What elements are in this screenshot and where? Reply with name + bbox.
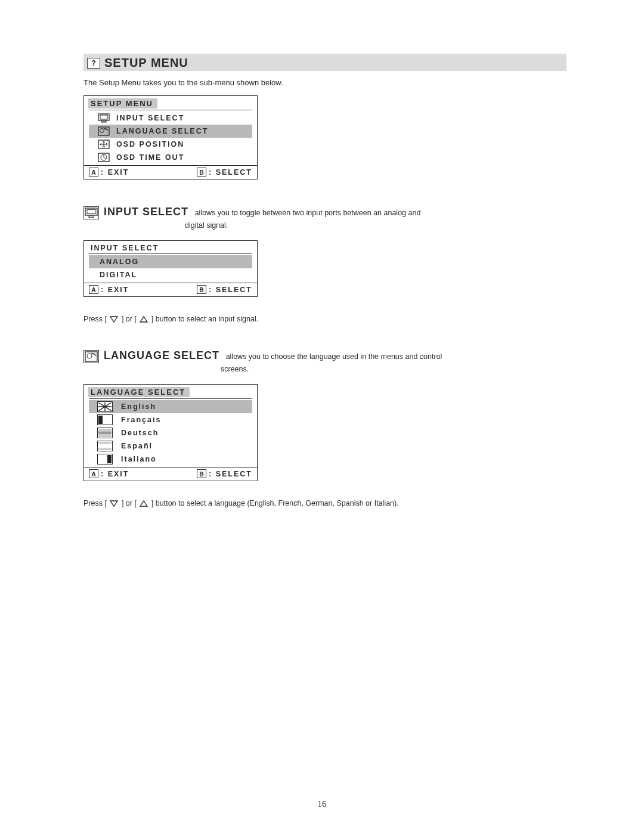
language-option-label: Français <box>121 416 161 424</box>
input-select-box: INPUT SELECT ANALOG DIGITAL A : EXIT B : <box>83 240 258 297</box>
input-select-title: INPUT SELECT <box>104 206 188 218</box>
flag-fr-icon <box>97 414 113 425</box>
svg-rect-9 <box>87 210 95 214</box>
instr-text: ] button to select a language (English, … <box>151 499 399 507</box>
instr-text: ] button to select an input signal. <box>151 315 258 323</box>
setup-item-label: OSD TIME OUT <box>116 153 184 162</box>
instr-text: ] or [ <box>122 499 137 507</box>
speech-icon <box>97 126 110 137</box>
flag-de-icon <box>97 428 113 438</box>
input-option-analog[interactable]: ANALOG <box>89 255 252 268</box>
up-triangle-icon <box>139 500 148 507</box>
language-option-label: Italiano <box>121 455 157 463</box>
language-select-heading: LANGUAGE SELECT allows you to choose the… <box>83 349 566 363</box>
language-option-label: Españl <box>121 442 153 450</box>
key-a-icon: A <box>89 469 98 478</box>
instr-text: Press [ <box>83 499 107 507</box>
input-select-menu-title: INPUT SELECT <box>88 244 159 252</box>
footer-select: B : SELECT <box>197 469 252 478</box>
setup-item-label: OSD POSITION <box>116 140 184 148</box>
footer-exit: A : EXIT <box>89 285 129 294</box>
instr-text: Press [ <box>83 315 107 323</box>
setup-item-label: LANGUAGE SELECT <box>116 127 208 135</box>
footer-exit-label: : EXIT <box>101 470 129 478</box>
svg-rect-2 <box>101 121 106 122</box>
footer-exit-label: : EXIT <box>101 168 129 176</box>
instr-text: ] or [ <box>122 315 137 323</box>
setup-menu-box: SETUP MENU INPUT SELECT LANGUAGE SELECT <box>83 95 258 179</box>
input-select-heading: INPUT SELECT allows you to toggle betwee… <box>83 206 566 219</box>
input-option-label: DIGITAL <box>100 271 137 279</box>
input-select-desc2: digital signal. <box>185 221 566 230</box>
speech-icon <box>83 350 99 363</box>
svg-rect-14 <box>107 416 112 424</box>
svg-rect-17 <box>98 434 112 437</box>
up-triangle-icon <box>139 315 148 323</box>
down-triangle-icon <box>109 315 119 323</box>
setup-item-osd-timeout[interactable]: OSD TIME OUT <box>89 151 252 164</box>
footer-exit: A : EXIT <box>89 469 129 478</box>
key-a-icon: A <box>89 168 98 176</box>
header-bar: ? SETUP MENU <box>83 54 566 71</box>
footer-exit-label: : EXIT <box>101 286 129 294</box>
language-option-italiano[interactable]: Italiano <box>89 453 252 466</box>
language-option-francais[interactable]: Français <box>89 413 252 426</box>
svg-point-4 <box>100 129 104 133</box>
input-instruction: Press [ ] or [ ] button to select an inp… <box>83 315 566 323</box>
language-option-label: English <box>121 402 156 411</box>
flag-es-icon <box>97 441 113 451</box>
setup-item-language-select[interactable]: LANGUAGE SELECT <box>89 125 252 138</box>
footer-exit: A : EXIT <box>89 168 129 176</box>
question-icon: ? <box>87 58 100 69</box>
language-option-espanol[interactable]: Españl <box>89 439 252 453</box>
footer-select: B : SELECT <box>197 285 252 294</box>
svg-rect-13 <box>98 416 103 424</box>
language-instruction: Press [ ] or [ ] button to select a lang… <box>83 499 566 507</box>
key-b-icon: B <box>197 168 206 176</box>
clock-icon <box>97 152 110 163</box>
language-option-english[interactable]: English <box>89 400 252 413</box>
down-triangle-icon <box>109 500 119 507</box>
language-select-desc: allows you to choose the language used i… <box>226 349 442 361</box>
page-number: 16 <box>0 799 644 809</box>
footer-select: B : SELECT <box>197 168 252 176</box>
svg-rect-21 <box>107 455 112 463</box>
svg-rect-18 <box>98 442 112 444</box>
language-select-title: LANGUAGE SELECT <box>104 349 219 361</box>
language-select-desc2: screens. <box>221 365 566 373</box>
svg-rect-19 <box>98 448 112 451</box>
footer-select-label: : SELECT <box>209 286 252 294</box>
intro-text: The Setup Menu takes you to the sub-menu… <box>83 78 566 87</box>
flag-uk-icon <box>97 401 113 412</box>
monitor-icon <box>97 113 110 123</box>
language-select-box: LANGUAGE SELECT English Français <box>83 384 258 481</box>
key-b-icon: B <box>197 285 206 294</box>
key-a-icon: A <box>89 285 98 294</box>
input-option-digital[interactable]: DIGITAL <box>89 268 252 281</box>
input-select-desc: allows you to toggle between two input p… <box>195 205 421 217</box>
svg-rect-15 <box>98 429 112 432</box>
setup-item-input-select[interactable]: INPUT SELECT <box>89 112 252 125</box>
footer-select-label: : SELECT <box>209 470 252 478</box>
monitor-icon <box>83 206 99 219</box>
svg-rect-10 <box>89 216 94 218</box>
setup-menu-title: SETUP MENU <box>88 98 157 109</box>
svg-rect-20 <box>98 455 103 463</box>
input-option-label: ANALOG <box>100 258 139 266</box>
language-option-deutsch[interactable]: Deutsch <box>89 426 252 439</box>
svg-rect-16 <box>98 432 112 435</box>
page-title: SETUP MENU <box>104 56 188 70</box>
flag-it-icon <box>97 454 113 465</box>
language-option-label: Deutsch <box>121 429 159 437</box>
setup-item-label: INPUT SELECT <box>116 114 184 122</box>
position-icon <box>97 139 110 150</box>
footer-select-label: : SELECT <box>209 168 252 176</box>
setup-item-osd-position[interactable]: OSD POSITION <box>89 138 252 151</box>
svg-rect-1 <box>100 115 107 119</box>
key-b-icon: B <box>197 469 206 478</box>
language-select-menu-title: LANGUAGE SELECT <box>88 387 190 397</box>
svg-point-12 <box>87 354 92 358</box>
